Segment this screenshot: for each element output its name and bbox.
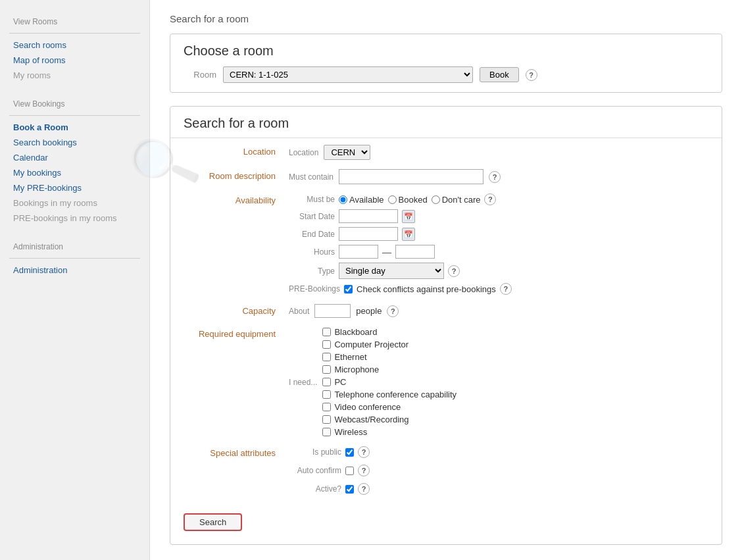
search-section-title: Search for a room xyxy=(170,116,722,138)
available-radio[interactable] xyxy=(339,195,347,204)
active-help-icon[interactable]: ? xyxy=(358,483,370,495)
start-date-label: Start Date xyxy=(289,212,335,221)
room-select[interactable]: CERN: 1-1-025 xyxy=(223,66,473,83)
room-label: Room xyxy=(184,70,216,80)
sidebar-item-map-of-rooms[interactable]: Map of rooms xyxy=(0,53,149,68)
equipment-item-label[interactable]: Webcast/Recording xyxy=(322,415,457,424)
equipment-item-label[interactable]: Microphone xyxy=(322,365,457,374)
type-select[interactable]: Single day Multi-day xyxy=(339,263,444,279)
dont-care-radio-label[interactable]: Don't care xyxy=(432,195,481,205)
hours-dash: — xyxy=(382,247,391,257)
hours-start-input[interactable]: 08:30 xyxy=(339,245,378,259)
search-button[interactable]: Search xyxy=(184,513,242,531)
equipment-item-label[interactable]: Blackboard xyxy=(322,327,457,337)
must-be-label: Must be xyxy=(289,195,335,204)
pre-bookings-help-icon[interactable]: ? xyxy=(500,283,512,295)
sidebar-item-book-a-room[interactable]: Book a Room xyxy=(0,120,149,135)
equipment-list: BlackboardComputer ProjectorEthernetMicr… xyxy=(322,327,457,437)
is-public-help-icon[interactable]: ? xyxy=(358,446,370,458)
special-attributes-content: Is public ? Auto confirm ? Active? ? xyxy=(289,446,708,497)
choose-room-section: Choose a room Room CERN: 1-1-025 Book ? xyxy=(170,34,722,93)
type-label: Type xyxy=(289,267,335,276)
sidebar-item-search-rooms[interactable]: Search rooms xyxy=(0,38,149,53)
equipment-item-text: Webcast/Recording xyxy=(334,415,408,424)
i-need-row: I need... BlackboardComputer ProjectorEt… xyxy=(289,327,708,437)
equipment-item-label[interactable]: Wireless xyxy=(322,427,457,437)
location-content: Location CERN xyxy=(289,145,708,160)
book-help-icon[interactable]: ? xyxy=(526,69,537,81)
capacity-help-icon[interactable]: ? xyxy=(387,305,399,317)
special-attributes-label: Special attributes xyxy=(184,446,289,458)
location-select[interactable]: CERN xyxy=(324,145,370,160)
sidebar-item-my-bookings[interactable]: My bookings xyxy=(0,165,149,180)
equipment-checkbox[interactable] xyxy=(322,428,331,436)
equipment-item-label[interactable]: Telephone conference capability xyxy=(322,390,457,399)
start-date-input[interactable]: 20/7/2011 xyxy=(339,209,398,223)
equipment-label: Required equipment xyxy=(184,327,289,339)
start-date-cal-icon[interactable]: 📅 xyxy=(402,210,415,223)
equipment-item-text: Microphone xyxy=(334,365,379,374)
special-attributes-group: Special attributes Is public ? Auto conf… xyxy=(170,440,722,500)
sidebar-item-administration[interactable]: Administration xyxy=(0,263,149,278)
capacity-input[interactable] xyxy=(314,304,351,318)
available-radio-label[interactable]: Available xyxy=(339,195,384,205)
equipment-item-label[interactable]: Video conference xyxy=(322,402,457,412)
sidebar-item-bookings-in-my-rooms: Bookings in my rooms xyxy=(0,195,149,211)
must-contain-help-icon[interactable]: ? xyxy=(489,171,501,183)
active-checkbox[interactable] xyxy=(345,485,354,494)
equipment-checkbox[interactable] xyxy=(322,353,331,361)
choose-room-title: Choose a room xyxy=(184,43,708,59)
auto-confirm-checkbox[interactable] xyxy=(345,467,354,475)
available-text: Available xyxy=(349,195,384,205)
pre-bookings-row: PRE-Bookings Check conflicts against pre… xyxy=(289,283,708,295)
equipment-checkbox[interactable] xyxy=(322,378,331,386)
room-desc-group: Room description Must contain ? xyxy=(170,163,722,187)
sidebar-item-calendar[interactable]: Calendar xyxy=(0,150,149,165)
sidebar-item-search-bookings[interactable]: Search bookings xyxy=(0,135,149,150)
end-date-cal-icon[interactable]: 📅 xyxy=(402,228,415,241)
main-content: Search for a room Choose a room Room CER… xyxy=(150,0,742,560)
type-help-icon[interactable]: ? xyxy=(448,265,460,277)
booked-radio-label[interactable]: Booked xyxy=(388,195,428,205)
equipment-item-text: Computer Projector xyxy=(334,340,408,349)
equipment-item-label[interactable]: Computer Projector xyxy=(322,340,457,349)
sidebar-item-my-pre-bookings[interactable]: My PRE-bookings xyxy=(0,180,149,195)
equipment-item-text: Blackboard xyxy=(334,327,377,337)
sidebar-item-pre-bookings-in-my-rooms: PRE-bookings in my rooms xyxy=(0,211,149,226)
start-date-row: Start Date 20/7/2011 📅 xyxy=(289,209,708,223)
room-row: Room CERN: 1-1-025 Book ? xyxy=(184,66,708,83)
avail-help-icon[interactable]: ? xyxy=(484,193,496,205)
equipment-item-label[interactable]: Ethernet xyxy=(322,352,457,362)
booked-radio[interactable] xyxy=(388,195,397,204)
people-label: people xyxy=(356,306,382,316)
equipment-content: I need... BlackboardComputer ProjectorEt… xyxy=(289,327,708,437)
page-title: Search for a room xyxy=(170,13,722,24)
booked-text: Booked xyxy=(399,195,428,205)
equipment-item-label[interactable]: PC xyxy=(322,377,457,387)
capacity-content: About people ? xyxy=(289,304,708,318)
equipment-checkbox[interactable] xyxy=(322,415,331,424)
end-date-label: End Date xyxy=(289,230,335,239)
dont-care-radio[interactable] xyxy=(432,195,440,204)
end-date-input[interactable]: 20/7/2011 xyxy=(339,227,398,241)
must-contain-row: Must contain ? xyxy=(289,169,708,184)
is-public-checkbox[interactable] xyxy=(345,448,354,457)
equipment-checkbox[interactable] xyxy=(322,390,331,399)
equipment-checkbox[interactable] xyxy=(322,365,331,374)
auto-confirm-help-icon[interactable]: ? xyxy=(358,465,370,476)
room-desc-content: Must contain ? xyxy=(289,169,708,184)
equipment-checkbox[interactable] xyxy=(322,403,331,411)
capacity-group: Capacity About people ? xyxy=(170,297,722,320)
must-contain-input[interactable] xyxy=(339,169,483,184)
equipment-checkbox[interactable] xyxy=(322,340,331,349)
active-label: Active? xyxy=(289,484,341,494)
book-button[interactable]: Book xyxy=(480,67,519,82)
room-desc-label: Room description xyxy=(184,169,289,181)
equipment-group: Required equipment I need... BlackboardC… xyxy=(170,320,722,440)
location-row: Location CERN xyxy=(289,145,708,160)
i-need-label: I need... xyxy=(289,378,317,387)
is-public-label: Is public xyxy=(289,447,341,457)
hours-end-input[interactable]: 17:30 xyxy=(395,245,435,259)
pre-bookings-checkbox[interactable] xyxy=(344,285,353,293)
equipment-checkbox[interactable] xyxy=(322,328,331,336)
